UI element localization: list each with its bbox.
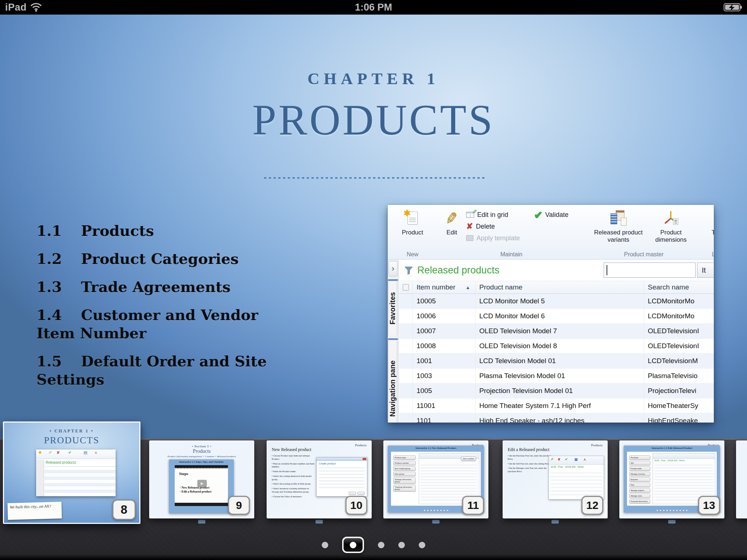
- page-dot[interactable]: [378, 542, 384, 548]
- dialog-titlebar: [317, 458, 367, 461]
- product-name-cell: Projection Television Model 01: [476, 384, 644, 398]
- toc-item[interactable]: 1.2Product Categories: [36, 250, 277, 268]
- bullet-list: On the Purchase Fast tab, enter the purc…: [508, 454, 552, 475]
- thumb9-title: Products: [150, 448, 253, 454]
- callout-box: Item group: [393, 472, 416, 476]
- callout-box: Manage inventory: [629, 472, 650, 476]
- thumb8-kicker: • CHAPTER 1 •: [4, 428, 139, 434]
- page-dot[interactable]: [419, 542, 425, 548]
- table-header-row: Item number ▲ Product name Search name: [399, 281, 714, 294]
- mini-record-title: 9026 : iPad - 32GB Wifi - White: [654, 459, 715, 462]
- item-number-cell: 1001: [413, 354, 476, 368]
- step-item: Edit a Released product: [180, 490, 228, 493]
- thumbnail-page-9[interactable]: • Section 1 • Products Product informati…: [149, 440, 254, 518]
- released-products-screenshot[interactable]: ✱ Product New ✎ Edit ✎: [388, 205, 714, 423]
- callout-box: Financial dimensions: [629, 499, 650, 503]
- product-name-cell: OLED Television Model 7: [476, 324, 644, 338]
- thumb-position-marker: [668, 520, 676, 524]
- search-name-cell: ProjectionTelevi: [644, 384, 714, 398]
- toc-number: 1.3: [36, 278, 81, 296]
- filter-funnel-icon: [404, 266, 414, 275]
- toc-item[interactable]: 1.1Products: [36, 222, 277, 240]
- page-dot[interactable]: [322, 542, 328, 548]
- page-dot[interactable]: [398, 542, 405, 548]
- callout-box: Foreign trade: [629, 466, 650, 471]
- table-row: 10006 LCD Monitor Model 6 LCDMonitorMo: [399, 309, 714, 324]
- apply-template-icon: [466, 235, 473, 241]
- page-number-badge: 13: [698, 496, 720, 515]
- table-row: 1001 LCD Television Model 01 LCDTelevisi…: [399, 354, 714, 369]
- steps-title: Steps: [179, 471, 228, 476]
- table-row: 1005 Projection Television Model 01 Proj…: [399, 384, 714, 398]
- clock: 1:06 PM: [0, 2, 747, 13]
- ribbon-group-product-master: Released product variants: [589, 205, 698, 259]
- mini-side-strip: [36, 460, 44, 496]
- group-label-new: New: [391, 251, 434, 258]
- thumb8-mini-screenshot: ✱ ✎ ✘ ✔ ▤ ⋏ Released products: [36, 450, 116, 496]
- thumb9-breadcrumb: Product information management > Common …: [150, 455, 253, 458]
- validate-check-icon: ✔: [534, 209, 542, 221]
- list-title-label: Released products: [417, 265, 499, 276]
- callout-box: Tracking dimension group: [393, 485, 416, 491]
- toc-number: 1.2: [36, 250, 81, 268]
- toc-label: Trade Agreements: [81, 278, 231, 295]
- page-dot-selected[interactable]: [342, 537, 364, 553]
- item-number-cell: 1005: [413, 384, 476, 398]
- field-callout-boxes: Product typeProduct numberItem model gro…: [393, 455, 416, 493]
- table-row: 1003 Plasma Television Model 01 PlasmaTe…: [399, 369, 714, 384]
- callout-box: Purchase: [629, 455, 650, 460]
- thumb9-kicker: • Section 1 •: [150, 445, 253, 448]
- product-name-cell: OLED Television Model 8: [476, 339, 644, 353]
- side-tab-strip: › Favorites Navigation pane: [388, 260, 399, 423]
- table-row: 11001 Home Theater System 7.1 High Perf …: [399, 398, 714, 413]
- product-dimensions-label: Product dimensions: [655, 229, 686, 244]
- select-all-checkbox: [403, 284, 409, 291]
- translations-label: Transl: [712, 229, 714, 236]
- chapter-kicker: CHAPTER 1: [0, 69, 747, 88]
- product-name-cell: High End Speaker - ash/12 inches: [476, 413, 644, 423]
- mini-dialog: Create product: [316, 457, 367, 497]
- search-name-cell: OLEDTelevisionI: [644, 339, 714, 353]
- thumbnail-page-14-clipped[interactable]: [736, 440, 747, 518]
- product-name-cell: LCD Monitor Model 5: [476, 294, 644, 308]
- toc-item[interactable]: 1.5Default Order and Site Settings: [36, 352, 277, 389]
- thumbnail-page-8[interactable]: • CHAPTER 1 • PRODUCTS ✱ ✎ ✘ ✔ ▤ ⋏ Relea…: [3, 421, 140, 524]
- table-of-contents: 1.1Products 1.2Product Categories 1.3Tra…: [36, 222, 277, 398]
- widget-label: Interactive 1.3 Edit Released Product: [624, 446, 720, 450]
- sticky-note: We built this city...on AX?: [7, 502, 62, 520]
- table-row: 1101 High End Speaker - ash/12 inches Hi…: [399, 413, 714, 423]
- toc-item[interactable]: 1.4Customer and Vendor Item Number: [36, 306, 277, 342]
- table-row: 10008 OLED Television Model 8 OLEDTelevi…: [399, 339, 714, 354]
- thumb12-title: Edit a Released product: [508, 447, 549, 452]
- bullet-list: Choose Product type Item and subtype Pro…: [272, 454, 316, 499]
- item-number-cell: 10007: [413, 324, 476, 338]
- ribbon-group-new: ✱ Product New: [391, 205, 434, 259]
- callout-box: Product number: [393, 461, 416, 465]
- chapter-title: PRODUCTS: [0, 96, 747, 145]
- battery-charging-icon: [724, 3, 743, 12]
- edit-in-grid-button: ✎ Edit in grid: [466, 209, 534, 220]
- page-number-badge: 8: [112, 499, 136, 520]
- thumbnail-page-13[interactable]: Products Interactive 1.3 Edit Released P…: [619, 440, 724, 518]
- column-header-item-number: Item number ▲: [413, 281, 476, 293]
- book-page[interactable]: CHAPTER 1 PRODUCTS 1.1Products 1.2Produc…: [0, 15, 747, 439]
- validate-label: Validate: [545, 211, 569, 219]
- navigation-pane-tab: Navigation pane: [388, 340, 397, 423]
- thumbnail-page-10[interactable]: Products New Released product Choose Pro…: [267, 440, 372, 518]
- toc-number: 1.4: [36, 306, 81, 324]
- dialog-buttons: [349, 492, 365, 495]
- edit-pencil-icon: ✎: [444, 208, 460, 228]
- bullet-item: Enter the Product name.: [272, 470, 316, 473]
- delete-label: Delete: [476, 223, 495, 230]
- table-row: 10005 LCD Monitor Model 5 LCDMonitorMo: [399, 294, 714, 309]
- product-button: ✱ Product: [394, 208, 431, 250]
- running-header: Products: [591, 443, 603, 447]
- toc-item[interactable]: 1.3Trade Agreements: [36, 278, 277, 296]
- group-label-product-master: Product master: [589, 251, 698, 258]
- product-button-label: Product: [402, 229, 423, 236]
- toc-label: Product Categories: [81, 250, 239, 267]
- callout-box: Item model group: [393, 466, 416, 471]
- thumbnail-page-12[interactable]: Products Edit a Released product On the …: [503, 440, 608, 518]
- product-name-cell: Home Theater System 7.1 High Perf: [476, 398, 644, 413]
- thumbnail-page-11[interactable]: Products Interactive 1.2 New Released Pr…: [383, 440, 488, 518]
